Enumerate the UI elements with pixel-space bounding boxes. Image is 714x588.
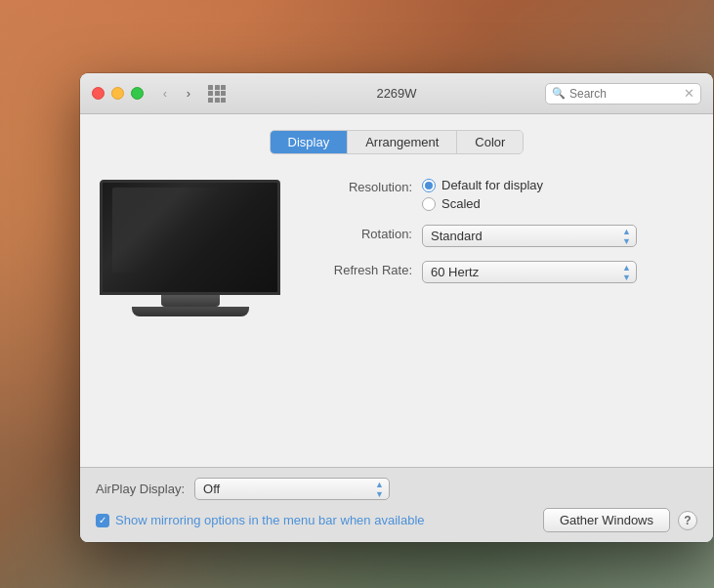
radio-scaled[interactable] <box>422 197 436 211</box>
main-panel: Resolution: Default for display Scaled <box>100 170 693 467</box>
content-area: Display Arrangement Color Resolution: <box>80 114 713 467</box>
monitor-image <box>100 180 280 316</box>
search-box[interactable]: 🔍 ✕ <box>545 83 701 105</box>
refresh-rate-label: Refresh Rate: <box>315 261 412 277</box>
tab-arrangement[interactable]: Arrangement <box>348 131 457 153</box>
refresh-select[interactable]: 60 Hertz 30 Hertz <box>422 261 637 283</box>
tab-bar: Display Arrangement Color <box>100 130 693 154</box>
search-clear-icon[interactable]: ✕ <box>684 86 694 101</box>
refresh-select-wrapper: 60 Hertz 30 Hertz ▲ ▼ <box>422 261 637 283</box>
search-input[interactable] <box>569 87 684 101</box>
resolution-scaled-option[interactable]: Scaled <box>422 196 543 211</box>
radio-default[interactable] <box>422 179 436 192</box>
check-icon: ✓ <box>99 516 106 525</box>
nav-buttons: ‹ › <box>155 84 198 104</box>
resolution-scaled-label: Scaled <box>441 196 481 211</box>
resolution-default-option[interactable]: Default for display <box>422 178 543 192</box>
grid-view-button[interactable] <box>206 83 228 105</box>
rotation-select-wrapper: Standard 90° 180° 270° ▲ ▼ <box>422 225 637 247</box>
airplay-select-wrapper: Off On ▲ ▼ <box>194 478 390 500</box>
traffic-lights <box>92 87 144 100</box>
mirroring-checkbox[interactable]: ✓ <box>96 514 109 527</box>
tab-color[interactable]: Color <box>457 131 523 153</box>
bottom-bar: AirPlay Display: Off On ▲ ▼ ✓ Show mirro… <box>80 467 713 542</box>
resolution-default-label: Default for display <box>441 178 543 192</box>
settings-panel: Resolution: Default for display Scaled <box>315 170 693 467</box>
maximize-button[interactable] <box>131 87 144 100</box>
back-button[interactable]: ‹ <box>155 84 175 104</box>
tab-display[interactable]: Display <box>271 131 349 153</box>
mirroring-checkbox-row[interactable]: ✓ Show mirroring options in the menu bar… <box>96 513 425 527</box>
resolution-label: Resolution: <box>315 178 412 194</box>
grid-icon <box>208 85 226 103</box>
close-button[interactable] <box>92 87 105 100</box>
resolution-options: Default for display Scaled <box>422 178 543 211</box>
mirroring-label: Show mirroring options in the menu bar w… <box>115 513 425 527</box>
bottom-actions: ✓ Show mirroring options in the menu bar… <box>96 508 697 532</box>
tab-group: Display Arrangement Color <box>270 130 525 154</box>
rotation-label: Rotation: <box>315 225 412 241</box>
minimize-button[interactable] <box>111 87 124 100</box>
button-group: Gather Windows ? <box>543 508 697 532</box>
preferences-window: ‹ › 2269W 🔍 ✕ Display Arrangement Color <box>80 73 713 542</box>
monitor-base <box>132 307 249 316</box>
window-title: 2269W <box>376 86 416 101</box>
refresh-rate-setting: Refresh Rate: 60 Hertz 30 Hertz ▲ ▼ <box>315 261 693 283</box>
resolution-setting: Resolution: Default for display Scaled <box>315 178 693 211</box>
airplay-label: AirPlay Display: <box>96 482 185 496</box>
forward-button[interactable]: › <box>179 84 198 104</box>
radio-inner-default <box>425 182 433 189</box>
gather-windows-button[interactable]: Gather Windows <box>543 508 670 532</box>
titlebar: ‹ › 2269W 🔍 ✕ <box>80 73 713 114</box>
search-icon: 🔍 <box>552 87 566 100</box>
monitor-preview <box>100 170 295 467</box>
rotation-setting: Rotation: Standard 90° 180° 270° ▲ ▼ <box>315 225 693 247</box>
rotation-select[interactable]: Standard 90° 180° 270° <box>422 225 637 247</box>
airplay-row: AirPlay Display: Off On ▲ ▼ <box>96 478 697 500</box>
help-button[interactable]: ? <box>678 511 697 530</box>
airplay-select[interactable]: Off On <box>194 478 390 500</box>
monitor-screen <box>100 180 280 295</box>
monitor-stand <box>161 295 220 307</box>
